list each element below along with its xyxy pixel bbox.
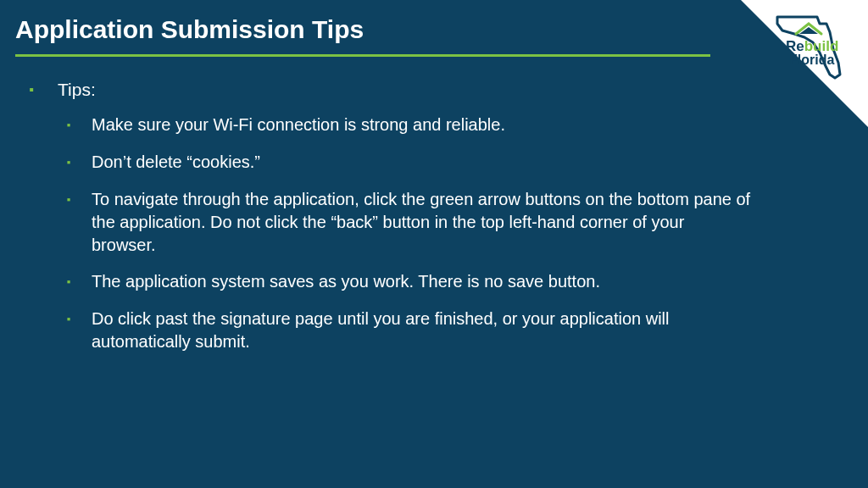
florida-state-icon: Rebuild Florida [771,8,855,85]
square-bullet-icon: ▪ [63,270,75,294]
logo-text-florida: Florida [789,53,834,67]
square-bullet-icon: ▪ [63,308,75,353]
list-item-text: The application system saves as you work… [92,270,600,294]
title-underline [15,54,710,57]
list-item: ▪ Don’t delete “cookies.” [63,151,766,175]
list-item: ▪ Do click past the signature page until… [63,308,766,353]
list-item-text: Do click past the signature page until y… [92,308,753,353]
list-item-text: Make sure your Wi-Fi connection is stron… [92,114,505,137]
rebuild-florida-logo: Rebuild Florida [766,8,860,88]
page-title: Application Submission Tips [15,15,364,44]
content-area: ▪ Tips: ▪ Make sure your Wi-Fi connectio… [25,78,766,367]
square-bullet-icon: ▪ [63,151,75,175]
list-heading-row: ▪ Tips: [25,78,766,102]
list-heading: Tips: [58,78,96,102]
list-item: ▪ The application system saves as you wo… [63,270,766,294]
list-item: ▪ To navigate through the application, c… [63,188,766,257]
square-bullet-icon: ▪ [25,78,37,102]
square-bullet-icon: ▪ [63,188,75,257]
list-item-text: To navigate through the application, cli… [92,188,753,257]
list-item: ▪ Make sure your Wi-Fi connection is str… [63,114,766,137]
slide: Rebuild Florida Application Submission T… [0,0,868,488]
square-bullet-icon: ▪ [63,114,75,137]
list-item-text: Don’t delete “cookies.” [92,151,260,175]
